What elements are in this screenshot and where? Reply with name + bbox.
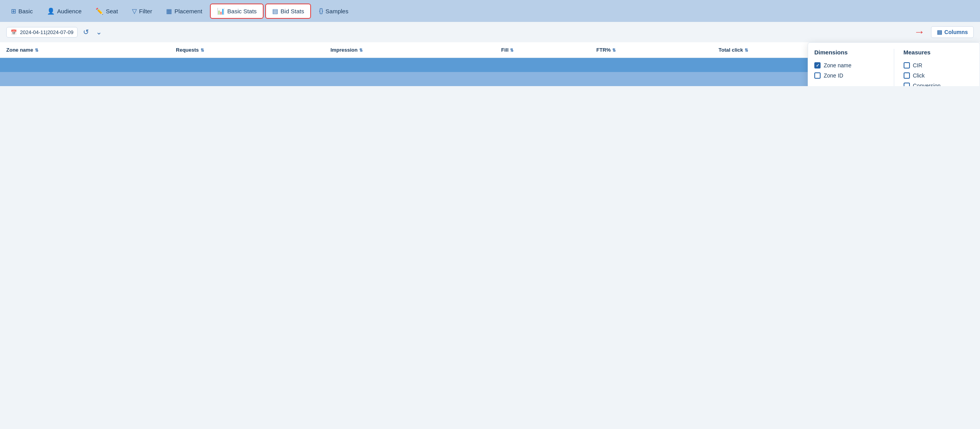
samples-label: Samples (325, 8, 348, 14)
samples-icon: {} (319, 7, 323, 14)
basic-stats-icon: 📊 (217, 7, 225, 15)
measure-label-cir: CIR (913, 62, 922, 68)
col-header-ftr[interactable]: FTR%⇅ (590, 42, 712, 58)
refresh-button[interactable]: ↺ (81, 26, 90, 38)
nav-tab-filter[interactable]: ▽Filter (126, 4, 158, 18)
dimension-label-zone-name: Zone name (824, 62, 852, 68)
checkbox-zone-id[interactable] (814, 72, 821, 79)
measure-label-click: Click (913, 72, 925, 79)
sort-icon: ⇅ (612, 48, 616, 52)
columns-label: Columns (944, 29, 968, 35)
col-header-impression[interactable]: Impression⇅ (324, 42, 495, 58)
toolbar: 📅 2024-04-11|2024-07-09 ↺ ⌄ → ▤ Columns (0, 22, 980, 42)
measures-column: Measures CIRClickConversionCPCeCPMExpect… (904, 49, 974, 86)
table-cell (170, 58, 324, 72)
checkbox-conversion[interactable] (904, 83, 910, 86)
table-cell (495, 58, 590, 72)
table-cell (0, 72, 170, 86)
date-range-picker[interactable]: 📅 2024-04-11|2024-07-09 (6, 27, 78, 38)
measure-item-conversion[interactable]: Conversion (904, 81, 974, 86)
dimensions-title: Dimensions (814, 49, 884, 56)
audience-icon: 👤 (47, 7, 55, 15)
audience-label: Audience (57, 8, 82, 14)
table-cell (495, 72, 590, 86)
nav-tab-samples[interactable]: {}Samples (313, 4, 354, 18)
col-header-requests[interactable]: Requests⇅ (170, 42, 324, 58)
dimension-item-zone-id[interactable]: Zone ID (814, 70, 884, 81)
calendar-icon: 📅 (11, 29, 17, 35)
filter-label: Filter (139, 8, 152, 14)
table-cell (590, 58, 712, 72)
filter-icon: ▽ (132, 7, 137, 15)
col-header-zone-name[interactable]: Zone name⇅ (0, 42, 170, 58)
nav-tab-placement[interactable]: ▦Placement (160, 4, 208, 18)
checkbox-cir[interactable] (904, 62, 910, 68)
columns-icon: ▤ (937, 29, 942, 35)
columns-button[interactable]: ▤ Columns (931, 26, 974, 38)
placement-icon: ▦ (166, 7, 172, 15)
date-range-value: 2024-04-11|2024-07-09 (20, 29, 73, 35)
nav-tab-basic-stats[interactable]: 📊Basic Stats (210, 4, 264, 19)
basic-label: Basic (18, 8, 33, 14)
table-cell (0, 58, 170, 72)
sort-icon: ⇅ (35, 48, 38, 52)
measure-item-cir[interactable]: CIR (904, 60, 974, 70)
sort-icon: ⇅ (201, 48, 204, 52)
dimension-label-zone-id: Zone ID (824, 72, 843, 79)
nav-tab-bid-stats[interactable]: ▤Bid Stats (265, 4, 311, 19)
basic-stats-label: Basic Stats (227, 8, 257, 14)
table-cell (324, 58, 495, 72)
seat-icon: ✏️ (96, 7, 103, 15)
measures-title: Measures (904, 49, 974, 56)
arrow-indicator: → (914, 26, 925, 38)
sort-icon: ⇅ (359, 48, 363, 52)
columns-dropdown-panel: Dimensions Zone nameZone ID Measures CIR… (808, 42, 980, 86)
sort-icon: ⇅ (745, 48, 748, 52)
table-cell (324, 72, 495, 86)
col-header-fill[interactable]: Fill⇅ (495, 42, 590, 58)
table-cell (170, 72, 324, 86)
placement-label: Placement (174, 8, 202, 14)
sort-icon: ⇅ (510, 48, 514, 52)
bid-stats-icon: ▤ (272, 7, 278, 15)
nav-tab-basic[interactable]: ⊞Basic (5, 4, 39, 18)
basic-icon: ⊞ (11, 7, 16, 15)
top-navigation: ⊞Basic👤Audience✏️Seat▽Filter▦Placement📊B… (0, 0, 980, 22)
dimensions-column: Dimensions Zone nameZone ID (814, 49, 884, 86)
checkbox-click[interactable] (904, 72, 910, 79)
nav-tab-audience[interactable]: 👤Audience (41, 4, 88, 18)
seat-label: Seat (106, 8, 118, 14)
panel-divider (894, 49, 894, 86)
table-cell (590, 72, 712, 86)
checkbox-zone-name[interactable] (814, 62, 821, 68)
dimension-item-zone-name[interactable]: Zone name (814, 60, 884, 70)
measure-item-click[interactable]: Click (904, 70, 974, 81)
expand-button[interactable]: ⌄ (94, 26, 103, 38)
table-container: Zone name⇅Requests⇅Impression⇅Fill⇅FTR%⇅… (0, 42, 980, 86)
columns-area: → ▤ Columns (914, 26, 974, 38)
nav-tab-seat[interactable]: ✏️Seat (89, 4, 124, 18)
bid-stats-label: Bid Stats (280, 8, 304, 14)
measure-label-conversion: Conversion (913, 83, 941, 86)
